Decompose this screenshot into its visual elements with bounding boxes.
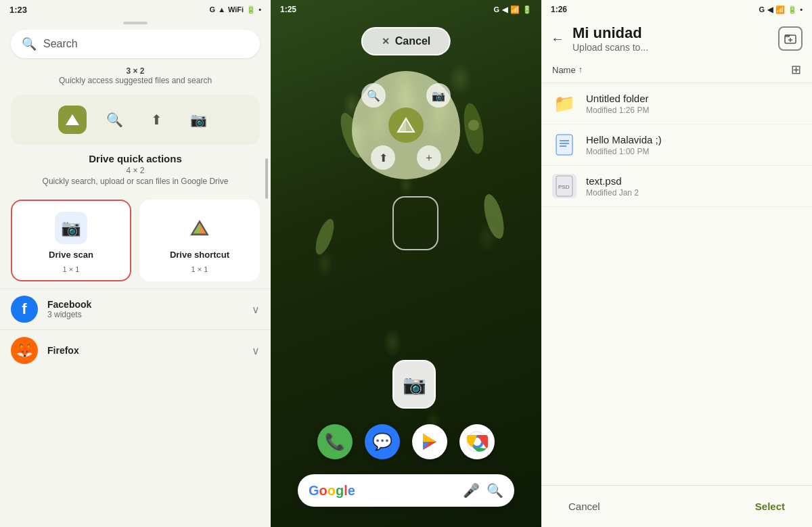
status-icons-1: G ▲ WiFi 🔋 • bbox=[210, 5, 261, 14]
new-folder-icon bbox=[784, 32, 796, 45]
grid-view-icon[interactable]: ⊞ bbox=[791, 62, 801, 77]
google-search-bar[interactable]: Google 🎤 🔍 bbox=[298, 474, 514, 507]
dock-play-icon[interactable] bbox=[412, 424, 447, 459]
drive-header: ← Mi unidad Upload scans to... bbox=[541, 19, 812, 57]
search-placeholder: Search bbox=[43, 38, 249, 50]
radial-search-icon[interactable]: 🔍 bbox=[361, 83, 386, 108]
scan-widget-size: 1 × 1 bbox=[63, 265, 80, 273]
firefox-icon: 🦊 bbox=[11, 337, 38, 364]
shortcut-widget-icon bbox=[183, 212, 216, 244]
widget-preview: 🔍 ⬆ 📷 bbox=[11, 95, 260, 145]
camera-icon-preview: 📷 bbox=[184, 106, 212, 134]
grid-size: 3 × 2 bbox=[0, 66, 271, 76]
panel-widgets: 1:23 G ▲ WiFi 🔋 • 🔍 Search 3 × 2 Quickly… bbox=[0, 0, 271, 527]
back-button[interactable]: ← bbox=[551, 31, 564, 47]
widget-option-scan[interactable]: 📷 Drive scan 1 × 1 bbox=[11, 200, 131, 281]
floating-camera-btn[interactable]: 📷 bbox=[392, 360, 436, 409]
status-icons-2: G ◀ 📶 🔋 bbox=[493, 5, 532, 14]
file-item-doc[interactable]: Hello Malavida ;) Modified 1:00 PM bbox=[541, 124, 812, 166]
psd-info: text.psd Modified Jan 2 bbox=[586, 175, 801, 198]
play-store-icon bbox=[420, 432, 440, 452]
wifi-icon-3: 📶 bbox=[775, 5, 785, 14]
app-item-firefox[interactable]: 🦊 Firefox ∨ bbox=[0, 329, 271, 371]
search-icon: 🔍 bbox=[22, 37, 37, 51]
status-bar-3: 1:26 G ◀ 📶 🔋 • bbox=[541, 0, 812, 19]
psd-date: Modified Jan 2 bbox=[586, 188, 801, 198]
document-icon bbox=[555, 134, 574, 156]
app-item-facebook[interactable]: f Facebook 3 widgets ∨ bbox=[0, 288, 271, 329]
dot-icon-3: • bbox=[800, 5, 803, 14]
svg-text:PSD: PSD bbox=[558, 184, 570, 190]
doc-icon bbox=[552, 133, 577, 157]
svg-point-10 bbox=[480, 192, 508, 241]
firefox-info: Firefox bbox=[47, 345, 242, 356]
signal-icon-2: ◀ bbox=[502, 5, 508, 14]
time-1: 1:23 bbox=[9, 5, 27, 15]
scan-widget-icon: 📷 bbox=[55, 212, 87, 244]
folder-icon: 📁 bbox=[552, 91, 577, 116]
search-icon-preview: 🔍 bbox=[100, 106, 129, 134]
facebook-widgets: 3 widgets bbox=[47, 310, 242, 319]
radial-plus-icon[interactable]: ＋ bbox=[417, 145, 441, 170]
file-list: 📁 Untitled folder Modified 1:26 PM Hello… bbox=[541, 83, 812, 485]
doc-info: Hello Malavida ;) Modified 1:00 PM bbox=[586, 134, 801, 156]
facebook-chevron: ∨ bbox=[252, 303, 260, 316]
search-bar[interactable]: 🔍 Search bbox=[11, 30, 260, 58]
file-item-folder[interactable]: 📁 Untitled folder Modified 1:26 PM bbox=[541, 83, 812, 124]
status-icons-3: G ◀ 📶 🔋 • bbox=[759, 5, 803, 14]
qa-title: Drive quick actions bbox=[14, 153, 257, 164]
signal-icon-3: ◀ bbox=[767, 5, 773, 14]
folder-name: Untitled folder bbox=[586, 93, 801, 104]
psd-name: text.psd bbox=[586, 175, 801, 187]
scroll-indicator bbox=[265, 158, 268, 199]
page-title: Mi unidad bbox=[572, 24, 770, 42]
dock-phone-icon[interactable]: 📞 bbox=[317, 424, 353, 459]
widget-option-shortcut[interactable]: Drive shortcut 1 × 1 bbox=[139, 200, 260, 281]
panel-drive-upload: 1:26 G ◀ 📶 🔋 • ← Mi unidad Upload scans … bbox=[541, 0, 812, 527]
drive-icon-preview bbox=[58, 106, 87, 134]
sort-label: Name bbox=[552, 65, 576, 75]
svg-rect-29 bbox=[556, 135, 572, 155]
cancel-button-footer[interactable]: Cancel bbox=[558, 495, 611, 518]
dock-messages-icon[interactable]: 💬 bbox=[365, 424, 400, 459]
mic-icon[interactable]: 🎤 bbox=[463, 482, 480, 499]
signal-icon-1: ▲ bbox=[218, 5, 225, 14]
wifi-icon-2: 📶 bbox=[510, 5, 520, 14]
cancel-label: Cancel bbox=[395, 35, 430, 47]
folder-date: Modified 1:26 PM bbox=[586, 106, 801, 115]
radial-camera-icon[interactable]: 📷 bbox=[426, 83, 451, 108]
radial-upload-icon[interactable]: ⬆ bbox=[371, 145, 395, 170]
time-3: 1:26 bbox=[551, 5, 567, 14]
select-button[interactable]: Select bbox=[744, 495, 796, 518]
radial-menu: 🔍 📷 ⬆ ＋ bbox=[352, 71, 460, 179]
shortcut-widget-label: Drive shortcut bbox=[170, 250, 229, 260]
doc-date: Modified 1:00 PM bbox=[586, 147, 801, 156]
home-dock: 📞 💬 bbox=[317, 424, 495, 459]
file-item-psd[interactable]: PSD text.psd Modified Jan 2 bbox=[541, 166, 812, 207]
grid-desc: Quickly access suggested files and searc… bbox=[0, 76, 271, 85]
new-folder-button[interactable] bbox=[778, 26, 803, 51]
cancel-button[interactable]: ✕ Cancel bbox=[361, 27, 451, 55]
facebook-icon: f bbox=[11, 296, 38, 323]
qa-desc: Quickly search, upload or scan files in … bbox=[14, 177, 257, 186]
time-2: 1:25 bbox=[280, 5, 296, 14]
facebook-name: Facebook bbox=[47, 299, 242, 310]
dock-chrome-icon[interactable] bbox=[459, 424, 495, 459]
svg-point-9 bbox=[312, 216, 338, 256]
shortcut-widget-size: 1 × 1 bbox=[191, 265, 208, 273]
lens-icon[interactable]: 🔍 bbox=[487, 482, 503, 499]
drive-logo-icon bbox=[397, 117, 415, 133]
status-bar-2: 1:25 G ◀ 📶 🔋 bbox=[271, 0, 541, 19]
scan-widget-label: Drive scan bbox=[49, 250, 93, 260]
radial-drive-btn[interactable] bbox=[388, 108, 424, 143]
page-subtitle: Upload scans to... bbox=[572, 42, 770, 53]
sort-by-name[interactable]: Name ↑ bbox=[552, 65, 583, 75]
cancel-x-icon: ✕ bbox=[382, 36, 390, 47]
drag-handle[interactable] bbox=[123, 22, 148, 24]
svg-point-15 bbox=[468, 120, 479, 131]
footer-actions: Cancel Select bbox=[541, 485, 812, 527]
drive-shortcut-triangle bbox=[190, 220, 209, 236]
status-bar-1: 1:23 G ▲ WiFi 🔋 • bbox=[0, 0, 271, 19]
battery-icon-2: 🔋 bbox=[522, 5, 532, 14]
upload-icon-preview: ⬆ bbox=[142, 106, 171, 134]
